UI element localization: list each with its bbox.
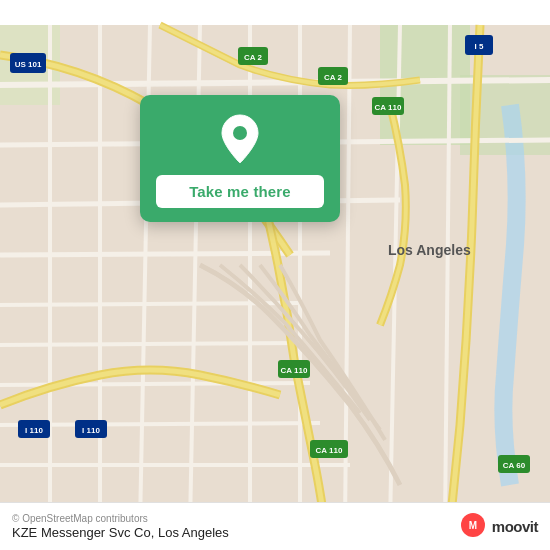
- svg-text:Los Angeles: Los Angeles: [388, 242, 471, 258]
- location-label: KZE Messenger Svc Co, Los Angeles: [12, 525, 229, 540]
- svg-text:CA 110: CA 110: [316, 446, 343, 455]
- svg-text:CA 2: CA 2: [244, 53, 262, 62]
- svg-text:CA 110: CA 110: [281, 366, 308, 375]
- map-background: US 101 CA 2 CA 2 I 5 CA 110 CA 110 I 110…: [0, 0, 550, 550]
- svg-text:M: M: [469, 520, 477, 531]
- svg-text:CA 60: CA 60: [503, 461, 526, 470]
- location-icon-wrap: [214, 113, 266, 165]
- svg-line-9: [0, 343, 300, 345]
- moovit-brand-text: moovit: [492, 518, 538, 535]
- bottom-bar: © OpenStreetMap contributors KZE Messeng…: [0, 502, 550, 550]
- svg-text:CA 110: CA 110: [375, 103, 402, 112]
- bottom-info: © OpenStreetMap contributors KZE Messeng…: [12, 513, 229, 540]
- svg-text:CA 2: CA 2: [324, 73, 342, 82]
- map-container: US 101 CA 2 CA 2 I 5 CA 110 CA 110 I 110…: [0, 0, 550, 550]
- action-card: Take me there: [140, 95, 340, 222]
- moovit-icon: M: [458, 512, 488, 542]
- take-me-there-button[interactable]: Take me there: [156, 175, 324, 208]
- svg-point-43: [233, 126, 247, 140]
- osm-attribution: © OpenStreetMap contributors: [12, 513, 229, 524]
- svg-text:I 5: I 5: [475, 42, 484, 51]
- svg-text:US 101: US 101: [15, 60, 42, 69]
- svg-text:I 110: I 110: [25, 426, 43, 435]
- moovit-logo: M moovit: [458, 512, 538, 542]
- svg-text:I 110: I 110: [82, 426, 100, 435]
- location-pin-icon: [218, 113, 262, 165]
